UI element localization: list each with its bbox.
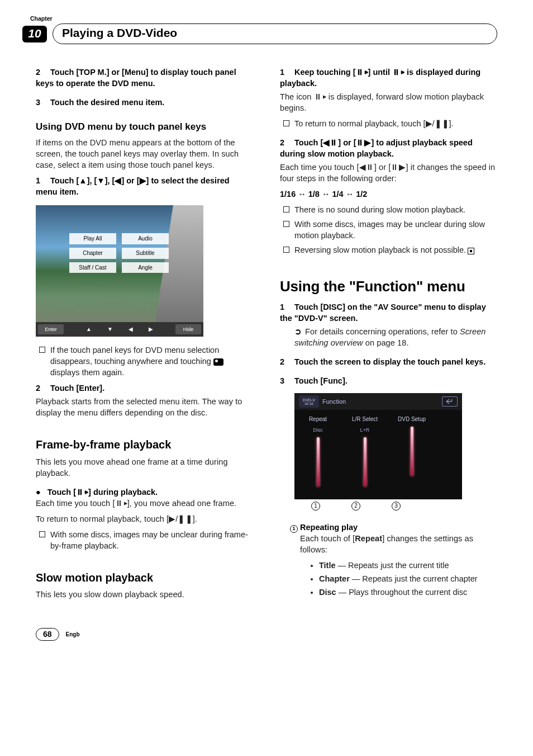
function-title: Function	[322, 398, 346, 406]
ref-text: For details concerning operations, refer…	[305, 327, 460, 336]
up-arrow-button[interactable]: ▲	[86, 325, 92, 333]
heading-text: Repeating play	[300, 523, 358, 532]
note-text: Reversing slow motion playback is not po…	[294, 245, 466, 254]
left-column: 2Touch [TOP M.] or [Menu] to display tou…	[36, 67, 253, 604]
chapter-header: 10 Playing a DVD-Video	[22, 23, 497, 44]
back-icon[interactable]	[442, 396, 458, 407]
option-desc: — Plays throughout the current disc	[336, 588, 468, 597]
dvd-menu-audio[interactable]: Audio	[122, 233, 169, 244]
step-1-touch-disc: 1Touch [DISC] on the "AV Source" menu to…	[280, 301, 497, 324]
paragraph: Each time you touch [⏸▶], you move ahead…	[36, 498, 253, 509]
callout-2: 2	[351, 502, 360, 511]
step-text: Touch the screen to display the touch pa…	[294, 357, 486, 366]
paragraph: This lets you move ahead one frame at a …	[36, 456, 253, 479]
touch-icon	[213, 358, 223, 366]
step-number: 3	[280, 375, 294, 386]
arrow-buttons: ▲ ▼ ◀ ▶	[66, 325, 173, 333]
note-text-b: displays them again.	[50, 368, 124, 377]
paragraph: If items on the DVD menu appears at the …	[36, 137, 253, 171]
heading-part: " menu	[416, 278, 465, 295]
step-2-top-menu: 2Touch [TOP M.] or [Menu] to display tou…	[36, 67, 253, 89]
note-item: Reversing slow motion playback is not po…	[294, 244, 497, 256]
highlight-bar	[317, 437, 320, 486]
func-col-dvd-setup[interactable]: DVD Setup	[388, 410, 435, 494]
note-text-a: If the touch panel keys for DVD menu sel…	[50, 346, 219, 366]
func-col-lr-select[interactable]: L/R Select L+R	[341, 410, 388, 494]
disc-badge: DVD-V 02 32	[299, 395, 319, 408]
language-code: Engb	[66, 631, 80, 639]
heading-function-menu: Using the "Function" menu	[280, 277, 497, 297]
col-label: DVD Setup	[388, 415, 435, 423]
section-end-icon	[468, 248, 474, 254]
page-number: 68	[36, 628, 59, 641]
step-number: 2	[280, 137, 294, 148]
step-text: Touch [◀⏸] or [⏸▶] to adjust playback sp…	[280, 138, 473, 158]
col-label: L/R Select	[341, 415, 388, 423]
hide-button[interactable]: Hide	[175, 324, 201, 334]
subheading-dvd-menu-touch: Using DVD menu by touch panel keys	[36, 120, 253, 133]
dvd-menu-chapter[interactable]: Chapter	[69, 248, 116, 259]
dvd-menu-subtitle[interactable]: Subtitle	[122, 248, 169, 259]
option-desc: — Repeats just the current chapter	[350, 574, 478, 583]
highlight-bar	[411, 427, 413, 476]
dvd-menu-staff-cast[interactable]: Staff / Cast	[69, 262, 116, 273]
step-3-touch-func: 3Touch [Func].	[280, 375, 497, 386]
note-list: There is no sound during slow motion pla…	[294, 204, 497, 256]
badge-text: DVD-V	[303, 398, 315, 402]
note-list: To return to normal playback, touch [▶/❚…	[294, 118, 497, 129]
paragraph: Each time you touch [◀⏸] or [⏸▶] it chan…	[280, 162, 497, 184]
left-arrow-button[interactable]: ◀	[129, 325, 133, 333]
col-value: Disc	[294, 427, 341, 433]
step-1-arrows: 1Touch [▲], [▼], [◀] or [▶] to select th…	[36, 175, 253, 197]
paragraph: This lets you slow down playback speed.	[36, 589, 253, 600]
highlight-bar	[364, 437, 367, 486]
step-2-touch-screen: 2Touch the screen to display the touch p…	[280, 356, 497, 367]
func-col-repeat[interactable]: Repeat Disc	[294, 410, 341, 494]
option-name: Chapter	[319, 574, 350, 583]
step-text: Touch the desired menu item.	[50, 98, 164, 107]
step-text: Keep touching [⏸▶] until ⏸▶ is displayed…	[280, 68, 480, 88]
step-number: 2	[36, 382, 50, 394]
paragraph: To return to normal playback, touch [▶/❚…	[36, 513, 253, 525]
page-footer: 68 Engb	[36, 628, 497, 641]
bullet-step-touch-frame: Touch [⏸▶] during playback.	[36, 486, 253, 498]
col-value: L+R	[341, 427, 388, 433]
step-text: Touch [Func].	[294, 376, 348, 385]
speed-steps: 1/16 ↔ 1/8 ↔ 1/4 ↔ 1/2	[280, 188, 497, 200]
down-arrow-button[interactable]: ▼	[107, 325, 113, 333]
step-text: Touch [⏸▶] during playback.	[47, 488, 158, 497]
step-2-enter: 2Touch [Enter].	[36, 382, 253, 394]
step-3-desired-item: 3Touch the desired menu item.	[36, 97, 253, 108]
dvd-menu-angle[interactable]: Angle	[122, 262, 169, 273]
enter-button[interactable]: Enter	[38, 324, 64, 334]
heading-part: Using the "	[280, 278, 356, 295]
repeat-options-list: Title — Repeats just the current title C…	[319, 560, 497, 598]
ref-text: on page 18.	[363, 338, 409, 347]
function-menu-screenshot: DVD-V 02 32 Function Repeat Disc L/R Sel…	[294, 393, 462, 499]
step-number: 1	[280, 301, 294, 313]
list-item: Chapter — Repeats just the current chapt…	[319, 573, 497, 584]
heading-part: Function	[356, 278, 416, 295]
step-number: 2	[36, 67, 50, 78]
step-number: 1	[36, 175, 50, 186]
reference-icon: ➲	[294, 326, 302, 337]
step-text: Touch [DISC] on the "AV Source" menu to …	[280, 303, 486, 323]
paragraph: Each touch of [Repeat] changes the setti…	[300, 533, 497, 555]
repeating-play-block: 1Repeating play Each touch of [Repeat] c…	[290, 522, 497, 598]
callout-3: 3	[392, 502, 401, 511]
note-item: If the touch panel keys for DVD menu sel…	[50, 344, 253, 378]
cross-ref: ➲For details concerning operations, refe…	[294, 326, 497, 348]
option-name: Title	[319, 561, 336, 570]
callout-row: 1 2 3	[311, 502, 497, 511]
list-item: Disc — Plays throughout the current disc	[319, 587, 497, 598]
chapter-label: Chapter	[30, 15, 497, 22]
callout-1: 1	[311, 502, 320, 511]
step-text: Touch [TOP M.] or [Menu] to display touc…	[36, 68, 236, 88]
section-slow-motion: Slow motion playback	[36, 570, 253, 586]
right-arrow-button[interactable]: ▶	[149, 325, 153, 333]
list-item: Title — Repeats just the current title	[319, 560, 497, 571]
dvd-menu-play-all[interactable]: Play All	[69, 233, 116, 244]
right-column: 1Keep touching [⏸▶] until ⏸▶ is displaye…	[280, 67, 497, 604]
col-label: Repeat	[294, 415, 341, 423]
step-1-keep-touching: 1Keep touching [⏸▶] until ⏸▶ is displaye…	[280, 67, 497, 89]
